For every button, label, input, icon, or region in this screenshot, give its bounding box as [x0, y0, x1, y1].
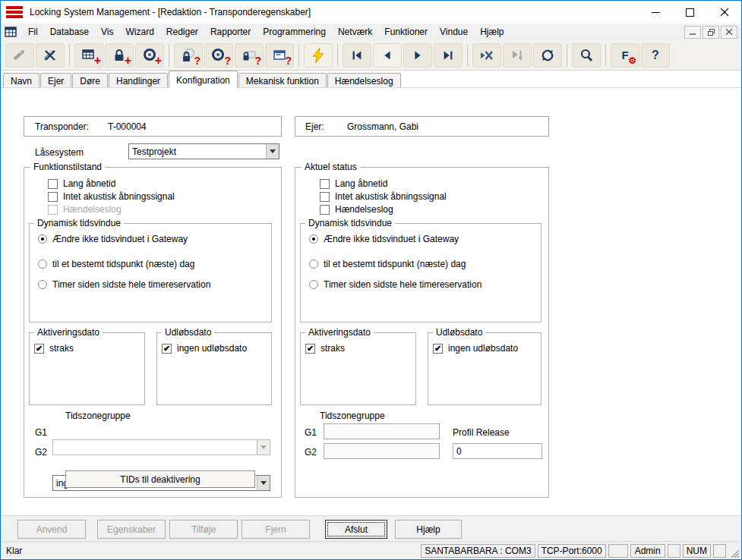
lang-aabnetid-status-label[interactable]: Lang åbnetid: [335, 178, 387, 189]
transponder-value: T-000004: [108, 121, 147, 132]
read-window-button[interactable]: ?: [265, 43, 294, 68]
search-button[interactable]: [572, 43, 601, 68]
disconnect-icon: [43, 48, 58, 63]
tidspunkt-status-radio-label[interactable]: til et bestemt tidspunkt (næste) dag: [324, 259, 466, 269]
app-logo-icon: [6, 6, 23, 18]
menu-hjaelp[interactable]: Hjælp: [474, 24, 510, 39]
menu-rediger[interactable]: Rediger: [160, 24, 204, 39]
akustisk-checkbox[interactable]: [48, 192, 58, 202]
tab-konfiguration[interactable]: Konfiguration: [169, 71, 238, 88]
tidszonegruppe-label: Tidszonegruppe: [65, 411, 131, 421]
timer-radio-label[interactable]: Timer siden sidste hele timereservation: [52, 279, 210, 290]
chevron-down-icon[interactable]: [266, 144, 279, 159]
title-bar: Locking System Management - [Redaktion -…: [1, 1, 741, 24]
lang-aabnetid-status-checkbox[interactable]: [320, 179, 330, 189]
g2-status-field: [324, 443, 440, 459]
timer-radio[interactable]: [38, 280, 47, 289]
menu-programmering[interactable]: Programmering: [257, 24, 332, 39]
timer-status-radio[interactable]: [309, 280, 318, 289]
gateway-radio-label[interactable]: Ændre ikke tidsvinduet i Gateway: [52, 234, 188, 244]
new-locking-system-button[interactable]: +: [74, 43, 103, 68]
minimize-button[interactable]: [639, 1, 673, 24]
laasesystem-combobox[interactable]: Testprojekt: [128, 143, 279, 159]
status-panel-empty: [713, 544, 726, 558]
straks-status-label[interactable]: straks: [320, 343, 345, 354]
tab-haendelseslog[interactable]: Hændelseslog: [327, 73, 401, 87]
first-record-icon: [350, 49, 364, 62]
tab-ejer[interactable]: Ejer: [40, 73, 71, 87]
lang-aabnetid-label[interactable]: Lang åbnetid: [63, 178, 115, 189]
radio-row-tidspunkt-status: til et bestemt tidspunkt (næste) dag: [309, 259, 466, 269]
document-system-icon[interactable]: [5, 27, 17, 37]
menu-fil[interactable]: Fil: [22, 24, 44, 39]
new-transponder-button[interactable]: +: [135, 43, 164, 68]
chevron-down-icon[interactable]: [257, 476, 270, 490]
last-record-button[interactable]: [434, 43, 463, 68]
straks-status-checkbox[interactable]: ✔: [305, 344, 315, 354]
read-transponder-button[interactable]: ?: [204, 43, 233, 68]
aktuel-status-title: Aktuel status: [302, 162, 360, 172]
ingen-udloebsdato-status-checkbox[interactable]: ✔: [433, 344, 443, 354]
next-record-button[interactable]: [403, 43, 432, 68]
connect-button[interactable]: [5, 43, 34, 68]
timer-status-radio-label[interactable]: Timer siden sidste hele timereservation: [324, 279, 482, 290]
tidspunkt-status-radio[interactable]: [309, 260, 318, 269]
tab-mekanisk-funktion[interactable]: Mekanisk funktion: [238, 73, 327, 87]
first-record-button[interactable]: [343, 43, 371, 68]
menu-rapporter[interactable]: Rapporter: [204, 24, 257, 39]
tab-doere[interactable]: Døre: [72, 73, 108, 87]
new-lock-button[interactable]: +: [105, 43, 134, 68]
tidspunkt-radio-label[interactable]: til et bestemt tidspunkt (næste) dag: [52, 259, 194, 269]
menu-database[interactable]: Database: [44, 24, 95, 39]
checkbox-row-akustisk-status: Intet akustisk åbningssignal: [320, 191, 447, 202]
ingen-udloebsdato-checkbox[interactable]: ✔: [162, 344, 172, 354]
akustisk-status-checkbox[interactable]: [320, 192, 330, 202]
ingen-udloebsdato-status-label[interactable]: ingen udløbsdato: [448, 343, 518, 354]
connect-icon: [12, 48, 27, 63]
menu-vis[interactable]: Vis: [95, 24, 119, 39]
status-panel-empty: [608, 544, 628, 558]
status-panel-user: Admin: [630, 544, 665, 558]
lang-aabnetid-checkbox[interactable]: [48, 179, 58, 189]
akustisk-status-label[interactable]: Intet akustisk åbningssignal: [335, 191, 447, 202]
next-record-icon: [411, 49, 425, 62]
hjaelp-button[interactable]: Hjælp: [395, 520, 462, 539]
skip-record-button[interactable]: [503, 43, 532, 68]
menu-funktioner[interactable]: Funktioner: [378, 24, 434, 39]
straks-label[interactable]: straks: [49, 343, 74, 354]
skip-record-icon: [510, 48, 525, 63]
previous-record-button[interactable]: [373, 43, 402, 68]
help-button[interactable]: ?: [641, 43, 670, 68]
disconnect-button[interactable]: [36, 43, 65, 68]
filter-settings-button[interactable]: F ⚙: [611, 43, 639, 68]
haendelseslog-status-label[interactable]: Hændelseslog: [335, 204, 393, 215]
tids-til-deaktivering-button[interactable]: TIDs til deaktivering: [65, 470, 255, 488]
read-lock-data-button[interactable]: ?: [235, 43, 264, 68]
gateway-status-radio[interactable]: [309, 234, 318, 244]
ingen-udloebsdato-label[interactable]: ingen udløbsdato: [177, 343, 247, 354]
afslut-button[interactable]: Afslut: [325, 520, 387, 539]
straks-checkbox[interactable]: ✔: [34, 344, 44, 354]
tidspunkt-radio[interactable]: [38, 260, 47, 269]
close-button[interactable]: [707, 1, 741, 24]
menu-vindue[interactable]: Vindue: [434, 24, 474, 39]
tab-navn[interactable]: Navn: [3, 73, 39, 87]
resize-grip[interactable]: [729, 548, 740, 558]
gateway-radio[interactable]: [38, 234, 47, 244]
cancel-navigation-button[interactable]: [472, 43, 501, 68]
minimize-icon: [652, 8, 660, 17]
menu-netvaerk[interactable]: Netværk: [332, 24, 378, 39]
program-button[interactable]: [304, 43, 333, 68]
read-lock-button[interactable]: ?: [174, 43, 203, 68]
laasesystem-value: Testprojekt: [129, 146, 266, 157]
akustisk-label[interactable]: Intet akustisk åbningssignal: [63, 191, 175, 202]
mdi-restore-button[interactable]: [703, 26, 719, 39]
tab-handlinger[interactable]: Handlinger: [109, 73, 168, 87]
refresh-button[interactable]: [533, 43, 562, 68]
mdi-close-button[interactable]: [721, 26, 737, 39]
menu-wizard[interactable]: Wizard: [120, 24, 160, 39]
maximize-button[interactable]: [673, 1, 707, 24]
mdi-minimize-button[interactable]: [684, 26, 701, 39]
gateway-status-radio-label[interactable]: Ændre ikke tidsvinduet i Gateway: [324, 234, 459, 244]
haendelseslog-status-checkbox[interactable]: [320, 205, 330, 215]
